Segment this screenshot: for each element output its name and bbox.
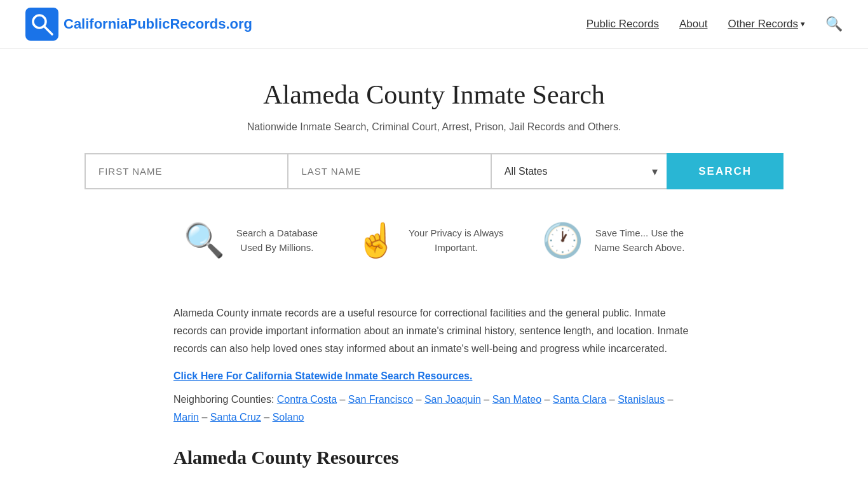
neighbor-link-santa-clara[interactable]: Santa Clara [553, 394, 607, 405]
resources-title: Alameda County Resources [173, 447, 695, 468]
hero-section: Alameda County Inmate Search Nationwide … [0, 49, 868, 153]
search-section: All StatesAlabamaAlaskaArizonaArkansasCa… [0, 153, 868, 215]
feature-search-db: 🔍 Search a Database Used By Millions. [184, 221, 318, 260]
neighbor-link-solano[interactable]: Solano [273, 412, 304, 423]
page-title: Alameda County Inmate Search [13, 79, 855, 110]
body-paragraph: Alameda County inmate records are a usef… [173, 304, 695, 358]
feature-privacy-line2: Important. [435, 242, 478, 253]
california-statewide-link[interactable]: Click Here For California Statewide Inma… [173, 370, 472, 382]
last-name-input[interactable] [287, 153, 490, 189]
clock-icon: 🕐 [542, 221, 583, 260]
state-select[interactable]: All StatesAlabamaAlaskaArizonaArkansasCa… [491, 153, 667, 189]
feature-save-time: 🕐 Save Time... Use the Name Search Above… [542, 221, 685, 260]
search-form: All StatesAlabamaAlaskaArizonaArkansasCa… [85, 153, 783, 189]
feature-search-db-line2: Used By Millions. [240, 242, 313, 253]
search-db-icon: 🔍 [184, 221, 225, 260]
svg-rect-0 [25, 8, 58, 41]
main-nav: Public Records About Other Records ▾ 🔍 [587, 16, 843, 32]
logo-area[interactable]: CaliforniaPublicRecords.org [25, 8, 252, 41]
feature-privacy: ☝ Your Privacy is Always Important. [356, 221, 504, 260]
neighboring-counties: Neighboring Counties: Contra Costa – San… [173, 391, 695, 426]
nav-about[interactable]: About [679, 18, 707, 30]
features-section: 🔍 Search a Database Used By Millions. ☝ … [85, 215, 783, 292]
neighbor-link-san-francisco[interactable]: San Francisco [348, 394, 413, 405]
neighbor-link-marin[interactable]: Marin [173, 412, 199, 423]
state-select-wrapper: All StatesAlabamaAlaskaArizonaArkansasCa… [491, 153, 667, 189]
search-icon[interactable]: 🔍 [825, 16, 843, 32]
neighbor-link-contra-costa[interactable]: Contra Costa [277, 394, 337, 405]
main-content: Alameda County inmate records are a usef… [148, 292, 720, 488]
page-subtitle: Nationwide Inmate Search, Criminal Court… [13, 121, 855, 133]
header: CaliforniaPublicRecords.org Public Recor… [0, 0, 868, 49]
nav-other-records[interactable]: Other Records [728, 18, 798, 30]
neighbor-link-san-mateo[interactable]: San Mateo [492, 394, 541, 405]
feature-save-time-line1: Save Time... Use the [595, 227, 684, 238]
first-name-input[interactable] [85, 153, 287, 189]
feature-search-db-line1: Search a Database [236, 227, 318, 238]
neighbor-link-stanislaus[interactable]: Stanislaus [618, 394, 665, 405]
search-button[interactable]: SEARCH [667, 153, 783, 189]
fingerprint-icon: ☝ [356, 221, 397, 260]
site-logo-text: CaliforniaPublicRecords.org [64, 16, 252, 32]
nav-public-records[interactable]: Public Records [587, 18, 659, 30]
feature-privacy-line1: Your Privacy is Always [409, 227, 504, 238]
neighbor-link-santa-cruz[interactable]: Santa Cruz [210, 412, 261, 423]
neighbors-label: Neighboring Counties: [173, 394, 274, 405]
feature-save-time-line2: Name Search Above. [595, 242, 685, 253]
chevron-down-icon: ▾ [801, 19, 805, 29]
logo-icon [25, 8, 58, 41]
neighbor-link-san-joaquin[interactable]: San Joaquin [424, 394, 481, 405]
